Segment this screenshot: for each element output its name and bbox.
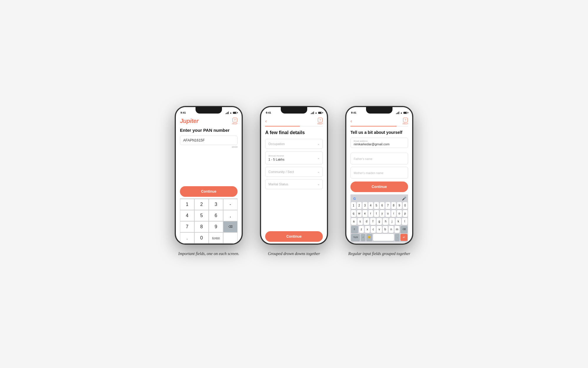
keyboard-tell: G 🎤 1 2 3 4 5 6 7 [350,194,408,243]
key-num-2[interactable]: 2 [357,202,362,209]
continue-btn-tell[interactable]: Continue [350,181,408,192]
caption-pan: Important fields, one on each screen. [178,252,239,256]
tell-content: ‹ ? HELP Tell us a bit about yourself [346,115,412,244]
fathers-name-field[interactable]: Father's name [350,153,408,164]
key-f[interactable]: f [370,218,376,225]
key-num-0[interactable]: 0 [403,202,408,209]
key-kb-delete[interactable]: ⌫ [400,226,407,233]
key-a[interactable]: a [351,218,357,225]
key-dot[interactable]: . [180,232,194,244]
key-o[interactable]: o [397,210,402,217]
dropdown-occupation[interactable]: Occupation ⌄ [265,139,323,149]
key-r[interactable]: r [368,210,373,217]
key-num-8[interactable]: 8 [391,202,396,209]
dropdown-annual-income[interactable]: Annual income 1 - 5 Lakhs ⌄ [265,151,323,164]
key-j[interactable]: j [389,218,395,225]
key-z[interactable]: z [359,226,364,233]
key-p[interactable]: p [403,210,408,217]
key-2[interactable]: 2 [194,199,209,210]
key-num-6[interactable]: 6 [380,202,385,209]
key-d[interactable]: d [364,218,369,225]
key-t[interactable]: t [374,210,379,217]
key-123[interactable]: ?123 [351,234,360,241]
key-e[interactable]: e [363,210,368,217]
key-shift[interactable]: ⇧ [351,226,358,233]
key-m[interactable]: m [395,226,400,233]
phone-final: 9:41 ▲ ‹ [260,106,328,244]
key-period[interactable]: . [395,234,400,241]
pan-input[interactable]: AFAPN1615F [180,136,238,145]
help-button-final[interactable]: ? HELP [318,118,323,125]
key-slash[interactable]: / [361,234,365,241]
key-c[interactable]: c [371,226,376,233]
key-comma[interactable]: , [223,210,238,221]
key-num-4[interactable]: 4 [368,202,373,209]
help-button-pan[interactable]: ? HELP [232,118,238,125]
key-delete[interactable]: ⌫ [223,221,238,232]
kb-zxcv-row: ⇧ z x c v b n m ⌫ [351,226,407,233]
key-num-7[interactable]: 7 [385,202,390,209]
pan-header: Jupiter ? HELP [180,118,238,125]
dropdown-marital[interactable]: Marital Status ⌄ [265,179,323,189]
key-space[interactable] [373,234,394,241]
key-g[interactable]: g [377,218,382,225]
mic-icon[interactable]: 🎤 [402,197,406,201]
key-7[interactable]: 7 [180,221,194,232]
pan-screen: Jupiter ? HELP Enter your PAN number AFA… [176,115,242,244]
signal-tell [396,111,399,114]
notch-final [281,107,307,114]
key-num-3[interactable]: 3 [363,202,368,209]
key-5[interactable]: 5 [194,210,209,221]
key-english[interactable]: English [209,232,223,244]
wifi-pan: ▲ [230,111,232,114]
main-container: 9:41 ▲ Jupiter [175,106,413,256]
key-num-9[interactable]: 9 [397,202,402,209]
key-x[interactable]: x [365,226,370,233]
key-8[interactable]: 8 [194,221,209,232]
key-emoji[interactable]: 😊 [366,234,372,241]
key-6[interactable]: 6 [209,210,223,221]
help-button-tell[interactable]: ? HELP [403,118,408,125]
key-4[interactable]: 4 [180,210,194,221]
key-w[interactable]: w [357,210,362,217]
key-1[interactable]: 1 [180,199,194,210]
occupation-label: Occupation [268,142,285,146]
key-9[interactable]: 9 [209,221,223,232]
time-final: 9:41 [266,111,271,114]
key-i[interactable]: i [391,210,396,217]
pan-content: Jupiter ? HELP Enter your PAN number AFA… [176,115,242,244]
key-n[interactable]: n [389,226,394,233]
email-field[interactable]: Email address nimkarkedar@gmail.com [350,138,408,148]
key-y[interactable]: y [380,210,385,217]
kb-number-row: 1 2 3 4 5 6 7 8 9 0 [351,202,407,209]
chevron-community: ⌄ [317,170,320,173]
key-num-1[interactable]: 1 [351,202,356,209]
dropdown-community[interactable]: Community / Sect ⌄ [265,167,323,177]
key-h[interactable]: h [383,218,388,225]
key-3[interactable]: 3 [209,199,223,210]
fathers-name-placeholder: Father's name [354,157,372,161]
continue-btn-pan[interactable]: Continue [180,186,238,197]
back-arrow-final[interactable]: ‹ [265,119,267,124]
mothers-maiden-name-field[interactable]: Mother's maiden name [350,167,408,179]
key-dash[interactable]: - [223,199,238,210]
battery-final [318,112,322,114]
key-l[interactable]: l [402,218,407,225]
key-v[interactable]: v [377,226,382,233]
signal-pan [225,111,229,114]
continue-btn-final[interactable]: Continue [265,231,323,242]
key-enter[interactable]: ↵ [400,234,407,241]
final-content: ‹ ? HELP A few final details Occ [261,115,327,244]
key-0[interactable]: 0 [194,232,209,244]
help-icon-final: ? [318,118,323,122]
key-num-5[interactable]: 5 [374,202,379,209]
key-b[interactable]: b [383,226,388,233]
key-k[interactable]: k [396,218,401,225]
help-icon-tell: ? [403,118,408,122]
status-icons-tell: ▲ [396,111,407,114]
back-arrow-tell[interactable]: ‹ [350,119,352,124]
key-u[interactable]: u [385,210,390,217]
key-s[interactable]: s [358,218,363,225]
key-q[interactable]: q [351,210,356,217]
kb-qwerty-row: q w e r t y u i o p [351,210,407,217]
